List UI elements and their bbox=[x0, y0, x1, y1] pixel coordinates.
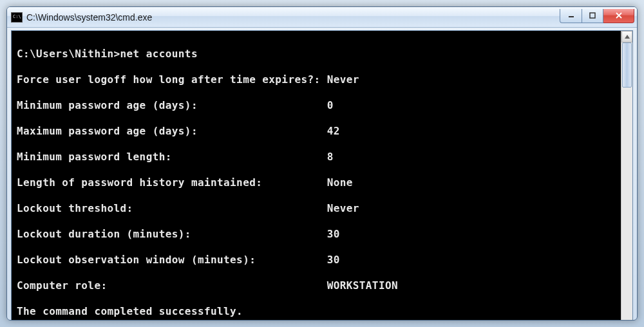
scroll-track[interactable] bbox=[621, 42, 632, 321]
maximize-button[interactable] bbox=[582, 9, 603, 23]
close-button[interactable] bbox=[603, 9, 634, 23]
output-row: Lockout duration (minutes):30 bbox=[17, 228, 616, 241]
prompt: C:\Users\Nithin> bbox=[17, 48, 120, 60]
scroll-thumb[interactable] bbox=[622, 42, 632, 88]
output-row: Maximum password age (days):42 bbox=[17, 125, 616, 138]
output-row: Lockout threshold:Never bbox=[17, 202, 616, 215]
window-controls bbox=[560, 9, 634, 23]
svg-rect-1 bbox=[590, 13, 595, 18]
terminal-output[interactable]: C:\Users\Nithin>net accounts Force user … bbox=[12, 31, 621, 321]
output-row: Computer role:WORKSTATION bbox=[17, 279, 616, 292]
cmd-window: C:\Windows\system32\cmd.exe C:\Users\Nit… bbox=[6, 6, 638, 321]
output-row: Length of password history maintained:No… bbox=[17, 176, 616, 189]
completion-text: The command completed successfully. bbox=[17, 305, 616, 318]
titlebar[interactable]: C:\Windows\system32\cmd.exe bbox=[7, 7, 637, 28]
scroll-up-button[interactable] bbox=[621, 31, 632, 42]
vertical-scrollbar[interactable] bbox=[621, 31, 632, 321]
command-text: net accounts bbox=[120, 48, 198, 60]
output-row: Force user logoff how long after time ex… bbox=[17, 73, 616, 86]
svg-rect-0 bbox=[569, 16, 574, 17]
client-area: C:\Users\Nithin>net accounts Force user … bbox=[11, 30, 633, 321]
output-row: Lockout observation window (minutes):30 bbox=[17, 254, 616, 266]
minimize-button[interactable] bbox=[560, 9, 582, 23]
window-title: C:\Windows\system32\cmd.exe bbox=[26, 12, 560, 23]
cmd-icon bbox=[11, 12, 23, 23]
output-row: Minimum password age (days):0 bbox=[17, 99, 616, 112]
output-row: Minimum password length:8 bbox=[17, 151, 616, 164]
